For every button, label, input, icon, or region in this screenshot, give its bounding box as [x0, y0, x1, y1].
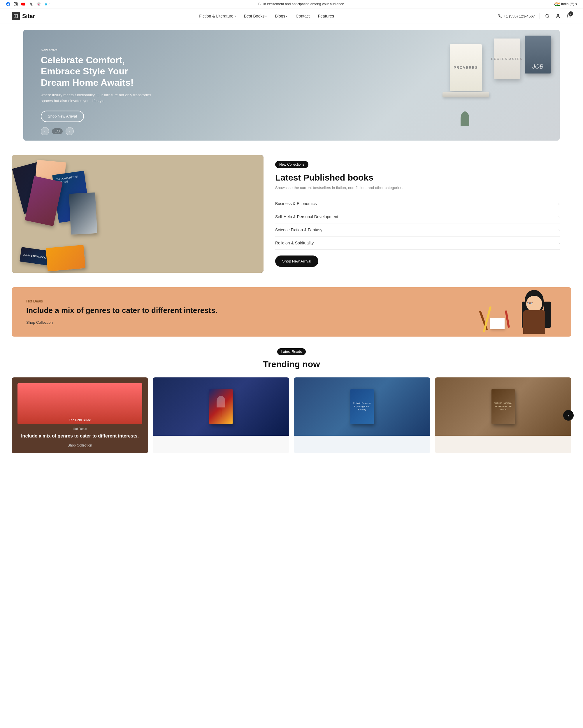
facebook-icon[interactable] [6, 2, 10, 6]
book-proverbs: PROVERBS [450, 44, 482, 91]
vimeo-icon[interactable]: v [44, 2, 48, 6]
phone-number: +1 (555) 123-4567 [504, 14, 535, 18]
nav-best-books[interactable]: Best Books ▾ [244, 14, 267, 18]
book-card-1-image-wrap: Save Rs. 100.00 [153, 378, 289, 436]
promo-book-image: The Field Guide [18, 383, 142, 424]
hero-books: PROVERBS ECCLESIASTES JOB [443, 35, 551, 98]
category-list: Business & Economics › Self-Help & Perso… [275, 197, 560, 250]
main-nav: Fiction & Literature ▾ Best Books ▾ Blog… [199, 14, 334, 18]
svg-point-8 [570, 18, 570, 18]
nav-contact[interactable]: Contact [296, 14, 310, 18]
trending-next-btn[interactable]: › [563, 410, 574, 421]
announcement-text: Build excitement and anticipation among … [50, 2, 554, 6]
book-img-2: Robotic BusinessExploring the AI Eternit… [294, 378, 430, 436]
svg-point-2 [17, 3, 17, 3]
hero-cta-button[interactable]: Shop New Arrival [41, 111, 84, 122]
category-business[interactable]: Business & Economics › [275, 197, 560, 210]
books-subtitle: Showcase the current bestsellers in fict… [275, 185, 560, 190]
trending-book-card-3: New FUTURE HORIZONNAVIGATING THE SPACE [435, 378, 571, 453]
category-selfhelp-chevron: › [558, 215, 560, 219]
books-title: Latest Published books [275, 173, 560, 183]
hero-prev-btn[interactable]: ‹ [41, 127, 49, 135]
category-religion-chevron: › [558, 241, 560, 245]
nav-features-label: Features [318, 14, 334, 18]
svg-point-7 [567, 18, 568, 18]
locale-label: India (₹) [561, 2, 574, 6]
phone-icon [498, 14, 502, 19]
book-cover-2: Robotic BusinessExploring the AI Eternit… [351, 389, 374, 424]
promo-card-cta[interactable]: Shop Collection [18, 443, 142, 447]
logo-text: Sitar [22, 13, 35, 20]
header-actions: +1 (555) 123-4567 1 [498, 13, 571, 19]
category-selfhelp-label: Self-Help & Personal Development [275, 214, 338, 219]
category-scifi[interactable]: Science Fiction & Fantasy › [275, 224, 560, 237]
hero-content: New arrival Celebrate Comfort, Embrace S… [41, 48, 158, 122]
trending-book-card-1: Save Rs. 100.00 [153, 378, 289, 453]
books-content: New Collections Latest Published books S… [263, 155, 571, 273]
locale-chevron: ▾ [576, 2, 577, 6]
latest-reads-badge: Latest Reads [277, 348, 306, 355]
hero-title: Celebrate Comfort, Embrace Style Your Dr… [41, 55, 158, 88]
svg-point-6 [557, 14, 558, 16]
nav-blogs-chevron: ▾ [286, 15, 287, 18]
nav-fiction-label: Fiction & Literature [199, 14, 233, 18]
category-business-chevron: › [558, 202, 560, 206]
nav-blogs[interactable]: Blogs ▾ [275, 14, 287, 18]
cart-icon[interactable]: 1 [565, 13, 571, 19]
category-religion[interactable]: Religion & Spirituality › [275, 237, 560, 250]
pedestal [443, 92, 489, 98]
new-collections-badge: New Collections [275, 161, 308, 168]
trending-section: Latest Reads Trending now The Field Guid… [12, 348, 571, 453]
instagram-icon[interactable] [13, 2, 18, 6]
logo[interactable]: Sitar [12, 12, 35, 20]
shop-collection-link[interactable]: Shop Collection [26, 320, 53, 324]
trending-book-card-2: Save Rs. 100.00 Robotic BusinessExplorin… [294, 378, 430, 453]
twitter-x-icon[interactable]: 𝕏 [29, 2, 33, 6]
search-icon[interactable] [545, 13, 550, 19]
locale-selector[interactable]: 🇮🇳 India (₹) ▾ [555, 2, 577, 6]
latest-books-section: THE CATCHER IN THE RYE JOHN STEINBECK Ne… [12, 155, 571, 273]
book-cover-1 [209, 389, 232, 424]
hero-subtitle: where luxury meets functionality. Our fu… [41, 93, 158, 104]
book-ecclesiastes: ECCLESIASTES [494, 38, 520, 79]
hot-deals-image: 👓 [443, 287, 554, 337]
hero-navigation: ‹ 1/3 › [41, 127, 74, 135]
shop-new-arrival-button[interactable]: Shop New Arrival [275, 256, 318, 267]
book-card-3-image-wrap: New FUTURE HORIZONNAVIGATING THE SPACE [435, 378, 571, 436]
plant-decoration [461, 111, 469, 126]
promo-card-text: Include a mix of genres to cater to diff… [18, 433, 142, 439]
logo-icon [12, 12, 20, 20]
youtube-icon[interactable] [21, 2, 26, 6]
cart-badge: 1 [568, 11, 573, 16]
nav-best-books-chevron: ▾ [265, 15, 267, 18]
flag-icon: 🇮🇳 [555, 2, 560, 6]
social-icons: 𝕏 👻 v [6, 2, 48, 6]
book-job: JOB [525, 35, 551, 74]
svg-point-4 [546, 14, 549, 18]
trending-promo-card: The Field Guide Hot Deals Include a mix … [12, 378, 148, 453]
nav-fiction-chevron: ▾ [234, 15, 236, 18]
category-scifi-label: Science Fiction & Fantasy [275, 228, 323, 232]
nav-blogs-label: Blogs [275, 14, 285, 18]
hero-next-btn[interactable]: › [65, 127, 74, 135]
books-image: THE CATCHER IN THE RYE JOHN STEINBECK [12, 155, 263, 273]
book-img-1 [153, 378, 289, 436]
trending-grid: The Field Guide Hot Deals Include a mix … [12, 378, 571, 453]
account-icon[interactable] [555, 13, 561, 19]
hero-counter: 1/3 [52, 128, 63, 134]
category-selfhelp[interactable]: Self-Help & Personal Development › [275, 210, 560, 224]
promo-card-label: Hot Deals [18, 427, 142, 431]
trending-title: Trending now [12, 359, 571, 369]
header: Sitar Fiction & Literature ▾ Best Books … [0, 8, 583, 24]
snapchat-icon[interactable]: 👻 [36, 2, 41, 6]
book-img-3: FUTURE HORIZONNAVIGATING THE SPACE [435, 378, 571, 436]
category-religion-label: Religion & Spirituality [275, 241, 314, 245]
nav-fiction[interactable]: Fiction & Literature ▾ [199, 14, 236, 18]
announcement-bar: 𝕏 👻 v ‹ Build excitement and anticipatio… [0, 0, 583, 8]
hero-badge: New arrival [41, 48, 158, 52]
header-phone: +1 (555) 123-4567 [498, 14, 535, 19]
hero-banner: New arrival Celebrate Comfort, Embrace S… [23, 30, 560, 140]
book-card-2-image-wrap: Save Rs. 100.00 Robotic BusinessExplorin… [294, 378, 430, 436]
nav-features[interactable]: Features [318, 14, 334, 18]
trending-promo-content: The Field Guide Hot Deals Include a mix … [12, 378, 148, 453]
